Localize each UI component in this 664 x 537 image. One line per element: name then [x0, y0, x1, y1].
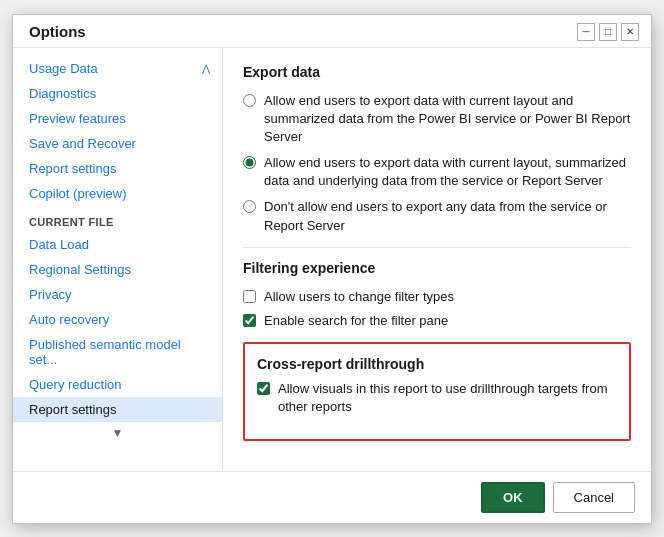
- ok-button[interactable]: OK: [481, 482, 545, 513]
- sidebar-item-report-settings-global[interactable]: Report settings: [13, 156, 222, 181]
- sidebar-item-usage-data[interactable]: Usage Data ⋀: [13, 56, 222, 81]
- sidebar-item-data-load[interactable]: Data Load: [13, 232, 222, 257]
- sidebar-item-regional-settings[interactable]: Regional Settings: [13, 257, 222, 282]
- cross-report-option-1: Allow visuals in this report to use dril…: [257, 380, 617, 416]
- close-button[interactable]: ✕: [621, 23, 639, 41]
- dialog-title: Options: [29, 23, 86, 40]
- maximize-button[interactable]: □: [599, 23, 617, 41]
- export-data-options: Allow end users to export data with curr…: [243, 92, 631, 235]
- export-label-2: Allow end users to export data with curr…: [264, 154, 631, 190]
- filter-checkbox-2[interactable]: [243, 314, 256, 327]
- export-option-1: Allow end users to export data with curr…: [243, 92, 631, 147]
- sidebar-item-preview-features[interactable]: Preview features: [13, 106, 222, 131]
- cross-report-checkbox-1[interactable]: [257, 382, 270, 395]
- export-label-3: Don't allow end users to export any data…: [264, 198, 631, 234]
- export-radio-1[interactable]: [243, 94, 256, 107]
- sidebar-item-auto-recovery[interactable]: Auto recovery: [13, 307, 222, 332]
- filtering-section: Filtering experience Allow users to chan…: [243, 260, 631, 330]
- cross-report-section: Cross-report drillthrough Allow visuals …: [243, 342, 631, 440]
- window-controls: ─ □ ✕: [577, 23, 639, 41]
- filter-checkbox-1[interactable]: [243, 290, 256, 303]
- filtering-title: Filtering experience: [243, 260, 631, 276]
- dialog-body: Usage Data ⋀ Diagnostics Preview feature…: [13, 48, 651, 471]
- minimize-button[interactable]: ─: [577, 23, 595, 41]
- sidebar-item-copilot[interactable]: Copilot (preview): [13, 181, 222, 206]
- filter-label-1: Allow users to change filter types: [264, 288, 454, 306]
- main-content: Export data Allow end users to export da…: [223, 48, 651, 471]
- export-data-title: Export data: [243, 64, 631, 80]
- filter-option-2: Enable search for the filter pane: [243, 312, 631, 330]
- export-data-section: Export data Allow end users to export da…: [243, 64, 631, 235]
- sidebar: Usage Data ⋀ Diagnostics Preview feature…: [13, 48, 223, 471]
- cross-report-options: Allow visuals in this report to use dril…: [257, 380, 617, 416]
- export-label-1: Allow end users to export data with curr…: [264, 92, 631, 147]
- sidebar-item-privacy[interactable]: Privacy: [13, 282, 222, 307]
- divider-1: [243, 247, 631, 248]
- filter-label-2: Enable search for the filter pane: [264, 312, 448, 330]
- cross-report-label-1: Allow visuals in this report to use dril…: [278, 380, 617, 416]
- cancel-button[interactable]: Cancel: [553, 482, 635, 513]
- cross-report-title: Cross-report drillthrough: [257, 356, 617, 372]
- sidebar-item-report-settings[interactable]: Report settings: [13, 397, 222, 422]
- sidebar-item-save-and-recover[interactable]: Save and Recover: [13, 131, 222, 156]
- export-option-3: Don't allow end users to export any data…: [243, 198, 631, 234]
- filter-option-1: Allow users to change filter types: [243, 288, 631, 306]
- dialog-footer: OK Cancel: [13, 471, 651, 523]
- sidebar-item-diagnostics[interactable]: Diagnostics: [13, 81, 222, 106]
- options-dialog: Options ─ □ ✕ Usage Data ⋀ Diagnostics P…: [12, 14, 652, 524]
- chevron-up-icon: ⋀: [202, 63, 210, 74]
- export-radio-2[interactable]: [243, 156, 256, 169]
- sidebar-item-published-semantic[interactable]: Published semantic model set...: [13, 332, 222, 372]
- scroll-down-area: ▼: [13, 422, 222, 444]
- current-file-section-label: CURRENT FILE: [13, 206, 222, 232]
- chevron-down-icon: ▼: [112, 426, 124, 440]
- export-radio-3[interactable]: [243, 200, 256, 213]
- title-bar: Options ─ □ ✕: [13, 15, 651, 48]
- export-option-2: Allow end users to export data with curr…: [243, 154, 631, 190]
- sidebar-item-query-reduction[interactable]: Query reduction: [13, 372, 222, 397]
- filtering-options: Allow users to change filter types Enabl…: [243, 288, 631, 330]
